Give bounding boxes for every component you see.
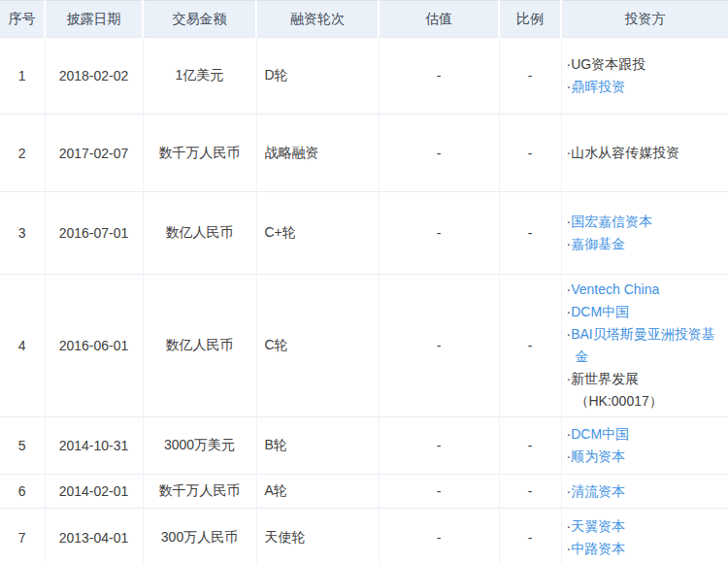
table-row: 4 2016-06-01 数亿人民币 C轮 - - ·Ventech China…: [0, 275, 728, 417]
investor-link[interactable]: 国宏嘉信资本: [571, 214, 652, 229]
investor-link[interactable]: 顺为资本: [571, 448, 625, 464]
header-row: 序号 披露日期 交易金额 融资轮次 估值 比例 投资方: [0, 1, 728, 38]
investor-link[interactable]: BAI贝塔斯曼亚洲投资基金: [571, 326, 715, 364]
header-date: 披露日期: [45, 1, 143, 38]
table-row: 1 2018-02-02 1亿美元 D轮 - - ·UG资本跟投 ·鼎晖投资: [0, 38, 728, 115]
seq-cell: 6: [0, 475, 45, 509]
amount-cell: 数亿人民币: [143, 275, 256, 417]
investor-name: UG资本跟投: [571, 56, 645, 72]
date-cell: 2014-02-01: [45, 475, 143, 509]
valuation-cell: -: [379, 275, 499, 417]
investor-entry: ·中路资本: [567, 538, 721, 560]
seq-cell: 1: [0, 38, 45, 115]
round-cell: B轮: [256, 417, 379, 475]
seq-cell: 2: [0, 115, 45, 192]
investor-entry: ·嘉御基金: [567, 233, 721, 255]
round-cell: C轮: [256, 275, 379, 417]
valuation-cell: -: [379, 38, 499, 115]
round-cell: 天使轮: [256, 509, 379, 563]
investor-link[interactable]: 中路资本: [571, 541, 625, 556]
investors-cell: ·天翼资本 ·中路资本: [561, 509, 728, 563]
round-cell: A轮: [256, 475, 379, 509]
investor-entry: ·国宏嘉信资本: [567, 211, 721, 233]
ratio-cell: -: [499, 417, 561, 475]
investors-cell: ·国宏嘉信资本 ·嘉御基金: [561, 192, 728, 275]
table-row: 7 2013-04-01 300万人民币 天使轮 - - ·天翼资本 ·中路资本: [0, 509, 728, 563]
investors-cell: ·DCM中国 ·顺为资本: [561, 417, 728, 475]
investor-entry: ·DCM中国: [567, 423, 721, 446]
investor-entry: ·天翼资本: [567, 515, 721, 538]
amount-cell: 数亿人民币: [143, 192, 256, 275]
date-cell: 2013-04-01: [45, 509, 143, 563]
investor-entry: ·顺为资本: [567, 446, 721, 468]
investors-cell: ·清流资本: [561, 475, 728, 509]
header-round: 融资轮次: [256, 1, 379, 38]
header-investors: 投资方: [561, 1, 728, 38]
header-amount: 交易金额: [143, 1, 256, 38]
seq-cell: 4: [0, 275, 45, 417]
ratio-cell: -: [499, 192, 561, 275]
round-cell: 战略融资: [256, 115, 379, 192]
ratio-cell: -: [499, 509, 561, 563]
valuation-cell: -: [379, 475, 499, 509]
seq-cell: 5: [0, 417, 45, 475]
header-ratio: 比例: [499, 1, 561, 38]
ratio-cell: -: [499, 115, 561, 192]
investors-cell: ·山水从容传媒投资: [561, 115, 728, 192]
amount-cell: 1亿美元: [143, 38, 256, 115]
valuation-cell: -: [379, 115, 499, 192]
investor-link[interactable]: DCM中国: [571, 304, 629, 319]
investors-cell: ·Ventech China ·DCM中国 ·BAI贝塔斯曼亚洲投资基金 ·新世…: [561, 275, 728, 417]
amount-cell: 数千万人民币: [143, 115, 256, 192]
date-cell: 2018-02-02: [45, 38, 143, 115]
table-row: 2 2017-02-07 数千万人民币 战略融资 - - ·山水从容传媒投资: [0, 115, 728, 192]
investor-entry: ·鼎晖投资: [567, 76, 721, 98]
valuation-cell: -: [379, 417, 499, 475]
investor-link[interactable]: 清流资本: [571, 483, 625, 499]
header-seq: 序号: [0, 1, 45, 38]
investor-link[interactable]: Ventech China: [571, 282, 659, 297]
ratio-cell: -: [499, 475, 561, 509]
investor-entry: ·BAI贝塔斯曼亚洲投资基金: [567, 323, 721, 368]
investor-entry: ·Ventech China: [567, 279, 721, 301]
investor-entry: ·UG资本跟投: [567, 53, 721, 76]
date-cell: 2016-07-01: [45, 192, 143, 275]
seq-cell: 3: [0, 192, 45, 275]
table-row: 6 2014-02-01 数千万人民币 A轮 - - ·清流资本: [0, 475, 728, 509]
investor-name: 新世界发展（HK:00017）: [571, 371, 663, 409]
investor-entry: ·清流资本: [567, 480, 721, 503]
investor-link[interactable]: 鼎晖投资: [571, 79, 625, 94]
valuation-cell: -: [379, 192, 499, 275]
table-row: 3 2016-07-01 数亿人民币 C+轮 - - ·国宏嘉信资本 ·嘉御基金: [0, 192, 728, 275]
investor-entry: ·山水从容传媒投资: [567, 142, 721, 164]
date-cell: 2016-06-01: [45, 275, 143, 417]
seq-cell: 7: [0, 509, 45, 563]
round-cell: C+轮: [256, 192, 379, 275]
round-cell: D轮: [256, 38, 379, 115]
investor-link[interactable]: DCM中国: [571, 426, 629, 442]
investor-link[interactable]: 嘉御基金: [571, 236, 625, 251]
investor-entry: ·新世界发展（HK:00017）: [567, 368, 721, 413]
ratio-cell: -: [499, 275, 561, 417]
investor-entry: ·DCM中国: [567, 301, 721, 323]
amount-cell: 300万人民币: [143, 509, 256, 563]
investors-cell: ·UG资本跟投 ·鼎晖投资: [561, 38, 728, 115]
financing-history-table: 序号 披露日期 交易金额 融资轮次 估值 比例 投资方 1 2018-02-02…: [0, 0, 728, 563]
investor-link[interactable]: 天翼资本: [571, 518, 625, 534]
date-cell: 2017-02-07: [45, 115, 143, 192]
table-row: 5 2014-10-31 3000万美元 B轮 - - ·DCM中国 ·顺为资本: [0, 417, 728, 475]
date-cell: 2014-10-31: [45, 417, 143, 475]
amount-cell: 3000万美元: [143, 417, 256, 475]
investor-name: 山水从容传媒投资: [571, 145, 679, 160]
valuation-cell: -: [379, 509, 499, 563]
amount-cell: 数千万人民币: [143, 475, 256, 509]
ratio-cell: -: [499, 38, 561, 115]
header-valuation: 估值: [379, 1, 499, 38]
